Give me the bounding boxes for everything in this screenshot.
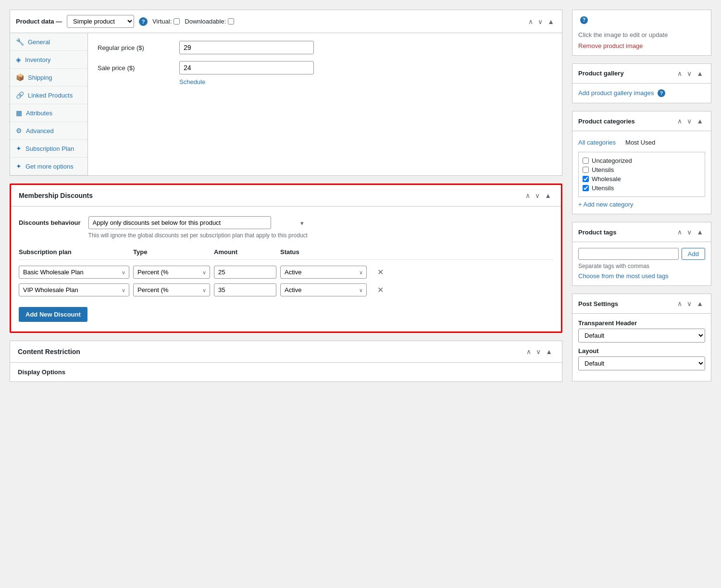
categories-collapse-down-btn[interactable]: ∨ — [685, 116, 694, 126]
post-settings-collapse-down-btn[interactable]: ∨ — [685, 299, 694, 308]
type-select-wrapper-2: Percent (% Fixed ($) — [133, 283, 210, 296]
subscription-icon: ✦ — [16, 145, 22, 152]
shipping-icon: 📦 — [16, 74, 24, 81]
nav-item-inventory[interactable]: ◈ Inventory — [10, 51, 87, 69]
status-select-1[interactable]: Active Inactive — [280, 266, 367, 279]
category-checkbox-wholesale[interactable] — [583, 176, 589, 182]
product-data-header: Product data — Simple product ? Virtual:… — [10, 10, 562, 33]
gallery-collapse-up-btn[interactable]: ∧ — [675, 69, 684, 78]
nav-item-advanced[interactable]: ⚙ Advanced — [10, 122, 87, 140]
behaviour-label: Discounts behaviour — [19, 219, 81, 226]
product-image-body: ? Click the image to edit or update Remo… — [572, 10, 711, 55]
category-item-uncategorized[interactable]: Uncategorized — [583, 156, 701, 165]
choose-tags-link[interactable]: Choose from the most used tags — [578, 272, 669, 280]
remove-row-2-btn[interactable]: ✕ — [371, 283, 390, 296]
nav-item-attributes[interactable]: ▦ Attributes — [10, 104, 87, 122]
gallery-help-icon[interactable]: ? — [658, 89, 665, 97]
click-edit-text: Click the image to edit or update — [578, 31, 705, 38]
discount-row-2: Basic Wholesale Plan VIP Wholesale Plan … — [19, 283, 553, 296]
sale-price-input[interactable] — [179, 61, 314, 74]
cr-collapse-down-btn[interactable]: ∨ — [534, 347, 543, 356]
remove-product-image-link[interactable]: Remove product image — [578, 42, 643, 49]
category-item-utensils-2[interactable]: Utensils — [583, 184, 701, 193]
link-icon: 🔗 — [16, 91, 24, 99]
category-checkbox-uncategorized[interactable] — [583, 158, 589, 164]
add-category-link[interactable]: + Add new category — [578, 201, 634, 208]
content-restriction-body: Display Options — [10, 362, 562, 381]
categories-collapse-expand-btn[interactable]: ▲ — [695, 116, 705, 126]
product-categories-body: All categories Most Used Uncategorized U… — [572, 131, 711, 214]
plan-select-2[interactable]: Basic Wholesale Plan VIP Wholesale Plan — [19, 283, 129, 296]
membership-panel-title: Membership Discounts — [19, 192, 523, 199]
membership-collapse-buttons: ∧ ∨ ▲ — [523, 191, 553, 200]
discounts-behaviour-row: Discounts behaviour Apply only discounts… — [19, 216, 553, 239]
gallery-collapse-down-btn[interactable]: ∨ — [685, 69, 694, 78]
membership-collapse-down-btn[interactable]: ∨ — [533, 191, 542, 200]
schedule-link[interactable]: Schedule — [179, 78, 552, 86]
membership-collapse-up-btn[interactable]: ∧ — [523, 191, 532, 200]
product-tags-body: Add Separate tags with commas Choose fro… — [572, 242, 711, 285]
add-gallery-images-link[interactable]: Add product gallery images — [578, 89, 654, 97]
transparent-header-select[interactable]: Default — [578, 329, 705, 343]
product-type-select[interactable]: Simple product — [67, 15, 134, 28]
tags-collapse-expand-btn[interactable]: ▲ — [695, 227, 705, 237]
amount-input-2[interactable] — [214, 283, 276, 296]
plan-select-1[interactable]: Basic Wholesale Plan VIP Wholesale Plan — [19, 266, 129, 279]
product-gallery-body: Add product gallery images ? — [572, 84, 711, 103]
nav-item-general[interactable]: 🔧 General — [10, 33, 87, 51]
status-select-2[interactable]: Active Inactive — [280, 283, 367, 296]
remove-row-1-btn[interactable]: ✕ — [371, 266, 390, 279]
gallery-collapse-expand-btn[interactable]: ▲ — [695, 69, 705, 78]
collapse-buttons: ∧ ∨ ▲ — [526, 17, 556, 26]
post-settings-collapse-buttons: ∧ ∨ ▲ — [675, 299, 705, 308]
layout-select[interactable]: Default — [578, 356, 705, 370]
tags-collapse-down-btn[interactable]: ∨ — [685, 227, 694, 237]
collapse-down-btn[interactable]: ∨ — [536, 17, 545, 26]
tags-input-row: Add — [578, 248, 705, 260]
all-categories-tab[interactable]: All categories — [578, 137, 621, 148]
virtual-checkbox[interactable] — [174, 18, 180, 24]
collapse-expand-btn[interactable]: ▲ — [546, 17, 556, 26]
product-gallery-title: Product gallery — [578, 70, 675, 77]
post-settings-body: Transparent Header Default Layout Defaul… — [572, 314, 711, 381]
nav-item-subscription-plan[interactable]: ✦ Subscription Plan — [10, 140, 87, 158]
behaviour-select[interactable]: Apply only discounts set below for this … — [88, 216, 271, 229]
product-help-icon[interactable]: ? — [139, 17, 148, 26]
header-plan: Subscription plan — [19, 248, 129, 256]
plan-select-wrapper-1: Basic Wholesale Plan VIP Wholesale Plan — [19, 266, 129, 279]
tags-collapse-up-btn[interactable]: ∧ — [675, 227, 684, 237]
membership-discounts-panel: Membership Discounts ∧ ∨ ▲ Discounts beh… — [10, 184, 562, 333]
discount-table-headers: Subscription plan Type Amount Status — [19, 248, 553, 260]
amount-input-1[interactable] — [214, 266, 276, 279]
type-select-1[interactable]: Percent (% Fixed ($) — [133, 266, 210, 279]
post-settings-collapse-up-btn[interactable]: ∧ — [675, 299, 684, 308]
add-new-discount-btn[interactable]: Add New Discount — [19, 307, 87, 322]
categories-collapse-up-btn[interactable]: ∧ — [675, 116, 684, 126]
category-checkbox-utensils-2[interactable] — [583, 185, 589, 191]
most-used-tab[interactable]: Most Used — [621, 137, 660, 148]
nav-item-get-more-options[interactable]: ✦ Get more options — [10, 158, 87, 175]
status-select-wrapper-2: Active Inactive — [280, 283, 367, 296]
nav-item-shipping[interactable]: 📦 Shipping — [10, 69, 87, 86]
transparent-header-field: Transparent Header Default — [578, 319, 705, 343]
cr-collapse-expand-btn[interactable]: ▲ — [544, 347, 554, 356]
cr-collapse-up-btn[interactable]: ∧ — [524, 347, 533, 356]
inventory-icon: ◈ — [16, 56, 21, 63]
membership-collapse-expand-btn[interactable]: ▲ — [543, 191, 553, 200]
product-image-help-icon[interactable]: ? — [580, 16, 588, 24]
nav-item-linked-products[interactable]: 🔗 Linked Products — [10, 86, 87, 104]
tags-input[interactable] — [578, 248, 679, 260]
product-tags-header: Product tags ∧ ∨ ▲ — [572, 222, 711, 242]
category-item-wholesale[interactable]: Wholesale — [583, 174, 701, 184]
type-select-2[interactable]: Percent (% Fixed ($) — [133, 283, 210, 296]
tags-hint: Separate tags with commas — [578, 263, 705, 270]
category-checkbox-utensils-1[interactable] — [583, 167, 589, 173]
collapse-up-btn[interactable]: ∧ — [526, 17, 535, 26]
downloadable-checkbox[interactable] — [228, 18, 234, 24]
regular-price-input[interactable] — [179, 41, 314, 54]
category-item-utensils-1[interactable]: Utensils — [583, 165, 701, 174]
transparent-header-label: Transparent Header — [578, 319, 705, 327]
tags-add-btn[interactable]: Add — [682, 248, 705, 260]
header-amount: Amount — [214, 248, 276, 256]
post-settings-collapse-expand-btn[interactable]: ▲ — [695, 299, 705, 308]
